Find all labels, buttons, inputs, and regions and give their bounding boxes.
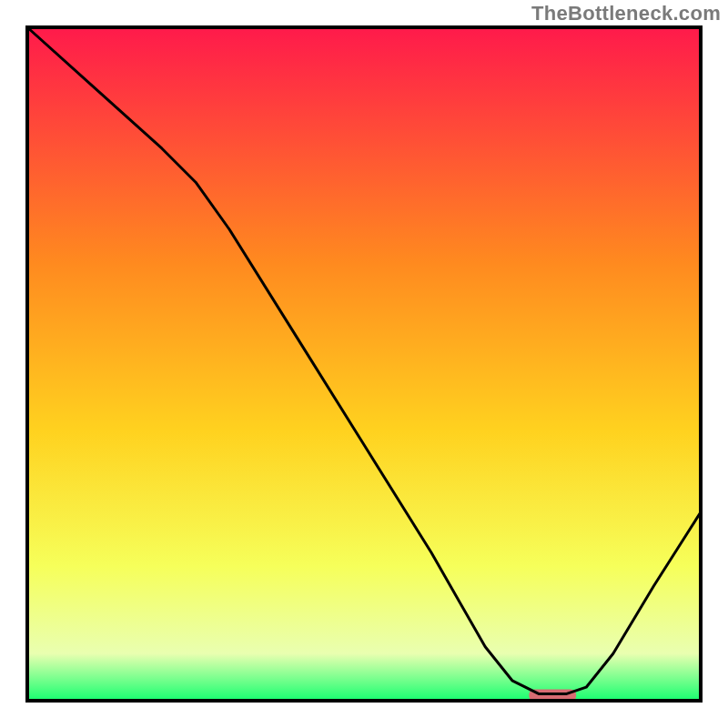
chart-canvas: TheBottleneck.com bbox=[0, 0, 728, 728]
plot-background bbox=[27, 27, 701, 701]
bottleneck-chart bbox=[0, 0, 728, 728]
